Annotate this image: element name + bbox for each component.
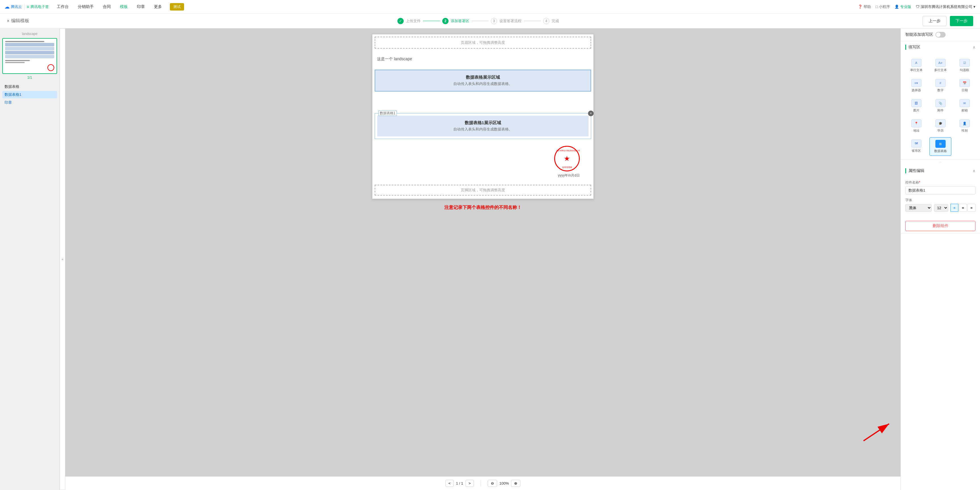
thumb-table-4 <box>5 55 54 58</box>
number-icon: # <box>935 79 946 87</box>
page-thumbnail[interactable] <box>2 38 57 74</box>
tencent-esign-logo: ≡ 腾讯电子签 <box>27 4 49 10</box>
attr-section-title: 属性编辑 <box>905 168 924 173</box>
address-icon: 📍 <box>911 120 921 127</box>
header-buttons: 上一步 下一步 <box>923 16 973 26</box>
step-1-label: 上传文件 <box>406 19 421 24</box>
page-body: 这是一个 landscape 数据表格展示区域 自动传入表头和内容生成数据表格。… <box>372 51 593 182</box>
nav-item-template[interactable]: 模板 <box>119 4 129 10</box>
field-image[interactable]: 🖼 图片 <box>905 97 927 115</box>
zoom-level: 100% <box>500 481 509 485</box>
page-info: 1 / 1 <box>456 481 463 485</box>
step-4-label: 完成 <box>552 19 559 24</box>
data-table-zone-1[interactable]: 数据表格展示区域 自动传入表头和内容生成数据表格。 <box>375 70 591 91</box>
stamp-star: ★ <box>564 155 570 163</box>
stamp-text-bottom: 合同专用章 <box>562 166 572 169</box>
step-3-label: 设置签署流程 <box>500 19 522 24</box>
education-icon: 🎓 <box>935 120 946 127</box>
collapse-panel-button[interactable]: « <box>60 29 65 490</box>
nav-help[interactable]: ❓ 帮助 <box>858 4 871 10</box>
bottom-toolbar: < 1 / 1 > ⊖ 100% ⊕ <box>65 476 900 490</box>
align-buttons: ≡ ≡ ≡ <box>950 204 975 212</box>
page-footer-zone: 页脚区域，可拖拽调整高度 <box>375 185 591 196</box>
layer-item-datatable1[interactable]: 数据表格1 <box>2 91 57 98</box>
page-next-button[interactable]: > <box>466 480 474 487</box>
spacer <box>375 94 591 111</box>
field-date[interactable]: 📅 日期 <box>954 77 975 95</box>
nav-item-contract[interactable]: 合同 <box>102 4 112 10</box>
control-name-row: 控件名称* <box>905 180 975 195</box>
step-4: 4 完成 <box>543 18 559 24</box>
intelligent-toggle[interactable] <box>935 32 946 38</box>
address-label: 地址 <box>913 128 920 133</box>
field-multi-text[interactable]: A≡ 多行文本 <box>929 57 951 75</box>
annotation-text: 注意记录下两个表格控件的不同名称！ <box>444 204 522 211</box>
nav-item-distribution[interactable]: 分销助手 <box>77 4 95 10</box>
field-selector[interactable]: ≡▾ 选择器 <box>905 77 927 95</box>
step-line-2 <box>471 21 488 21</box>
font-family-select[interactable]: 黑体 <box>905 204 932 212</box>
zoom-in-button[interactable]: ⊕ <box>511 480 520 487</box>
field-data-table[interactable]: ⊞ 数据表格 <box>929 137 951 156</box>
nav-miniapp[interactable]: □ 小程序 <box>875 4 890 10</box>
layer-item-seal[interactable]: 印章 <box>2 99 57 106</box>
zoom-out-button[interactable]: ⊖ <box>488 480 497 487</box>
stamp-date: yyyy年m月d日 <box>558 173 580 178</box>
align-right-button[interactable]: ≡ <box>967 204 975 212</box>
step-2-label: 添加签署区 <box>451 19 469 24</box>
intelligent-label: 智能添加填写区 <box>905 32 933 37</box>
stamp-text-top: 深圳市腾讯计算机系统有限公司 <box>556 150 578 152</box>
next-step-button[interactable]: 下一步 <box>950 16 973 26</box>
delete-component-button[interactable]: 删除组件 <box>905 221 975 231</box>
attachment-icon: 📎 <box>935 99 946 107</box>
nav-item-seal[interactable]: 印章 <box>136 4 146 10</box>
fill-section-expand[interactable]: ∧ <box>973 45 975 49</box>
field-checkbox[interactable]: ☑ 勾选框 <box>954 57 975 75</box>
thumbnail-content <box>5 41 54 71</box>
landscape-text: 这是一个 landscape <box>375 51 591 67</box>
toggle-knob <box>936 32 940 37</box>
page-label: landscape <box>2 32 57 36</box>
nav-item-test[interactable]: 测试 <box>170 3 184 11</box>
single-text-label: 单行文本 <box>910 68 923 72</box>
fill-section-header: 填写区 ∧ <box>901 41 980 53</box>
attr-section-expand[interactable]: ∧ <box>973 169 975 173</box>
nav-pro[interactable]: 👤 专业版 <box>894 4 911 10</box>
attr-fields: 控件名称* 字体 黑体 12 ≡ <box>901 177 980 219</box>
step-3-circle: 3 <box>491 18 497 24</box>
field-email[interactable]: ✉ 邮箱 <box>954 97 975 115</box>
field-number[interactable]: # 数字 <box>929 77 951 95</box>
align-center-button[interactable]: ≡ <box>959 204 967 212</box>
attr-section: 属性编辑 ∧ 控件名称* 字体 黑体 <box>901 165 980 234</box>
canvas-scroll[interactable]: 页眉区域，可拖拽调整高度 这是一个 landscape 数据表格展示区域 自动传… <box>65 29 900 476</box>
nav-item-more[interactable]: 更多 <box>153 4 163 10</box>
field-gender[interactable]: 👤 性别 <box>954 117 975 135</box>
step-line-1 <box>423 21 440 21</box>
thumb-line-2 <box>5 60 30 61</box>
field-education[interactable]: 🎓 学历 <box>929 117 951 135</box>
data-table-container-2[interactable]: 数据表格1 × 数据表格1展示区域 自动传入表头和内容生成数据表格。 <box>375 113 591 139</box>
document-page: 页眉区域，可拖拽调整高度 这是一个 landscape 数据表格展示区域 自动传… <box>372 34 594 199</box>
control-name-input[interactable] <box>905 186 975 195</box>
nav-item-workbench[interactable]: 工作台 <box>56 4 70 10</box>
close-table2-button[interactable]: × <box>588 110 594 116</box>
email-icon: ✉ <box>959 99 970 107</box>
region-icon: 🗺 <box>911 140 921 147</box>
sub-header: × 编辑模板 ✓ 上传文件 2 添加签署区 3 设置签署流程 4 完成 上一步 … <box>0 14 980 29</box>
close-button[interactable]: × 编辑模板 <box>7 18 29 24</box>
field-attachment[interactable]: 📎 附件 <box>929 97 951 115</box>
field-single-text[interactable]: A 单行文本 <box>905 57 927 75</box>
page-prev-button[interactable]: < <box>445 480 454 487</box>
data-table-subtitle-2: 自动传入表头和内容生成数据表格。 <box>382 127 584 132</box>
layer-item-datatable[interactable]: 数据表格 <box>2 83 57 90</box>
prev-step-button[interactable]: 上一步 <box>923 16 947 26</box>
intelligent-toggle-row: 智能添加填写区 <box>901 29 980 41</box>
region-label: 省市区 <box>912 148 921 153</box>
data-table-inner-2: 数据表格1展示区域 自动传入表头和内容生成数据表格。 <box>377 116 589 136</box>
field-region[interactable]: 🗺 省市区 <box>905 137 927 156</box>
align-left-button[interactable]: ≡ <box>950 204 958 212</box>
required-mark: * <box>919 180 920 184</box>
data-table-label-2: 数据表格1 <box>379 110 397 116</box>
field-address[interactable]: 📍 地址 <box>905 117 927 135</box>
font-size-select[interactable]: 12 <box>934 204 948 212</box>
